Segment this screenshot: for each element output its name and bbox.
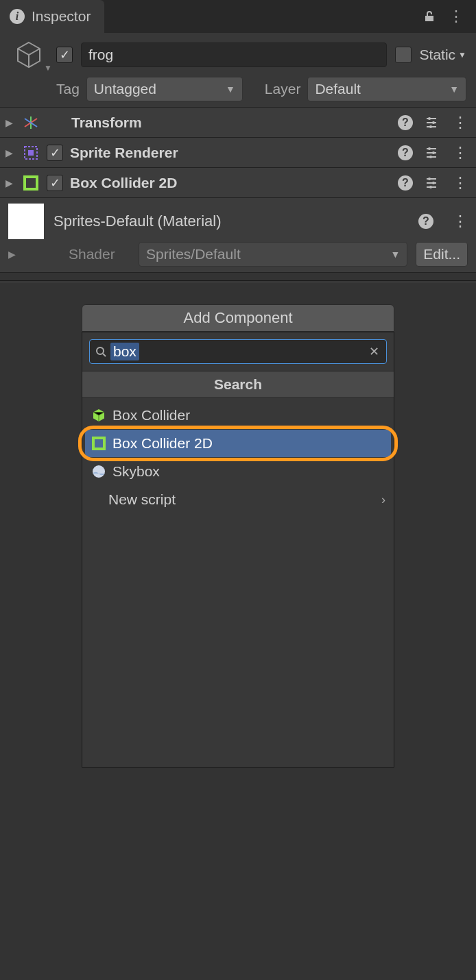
info-icon: i	[10, 9, 25, 24]
foldout-icon[interactable]: ▶	[8, 249, 21, 260]
material-title: Sprites-Default (Material)	[53, 212, 409, 230]
square-green-icon	[91, 435, 107, 452]
component-title: Transform	[71, 114, 391, 131]
clear-icon[interactable]: ✕	[369, 344, 379, 359]
static-label[interactable]: Static ▼	[420, 47, 466, 63]
gameobject-header: ▼ ✓ Static ▼ Tag Untagged ▼ Layer Defaul…	[0, 33, 476, 107]
transform-icon	[22, 114, 40, 132]
svg-point-14	[93, 465, 105, 478]
shader-label: Shader	[69, 246, 130, 262]
foldout-icon[interactable]: ▶	[3, 117, 15, 128]
material-preview[interactable]	[8, 204, 44, 239]
kebab-icon[interactable]: ⋮	[453, 174, 468, 192]
search-input-wrap[interactable]: box ✕	[89, 339, 387, 364]
svg-point-1	[432, 121, 435, 124]
box-collider-2d-icon	[22, 174, 40, 192]
component-sprite-renderer[interactable]: ▶ ✓ Sprite Renderer ? ⋮	[0, 137, 476, 167]
help-icon[interactable]: ?	[398, 115, 413, 130]
preset-icon[interactable]	[425, 146, 440, 160]
result-list: Box Collider Box Collider 2D Skybox New …	[82, 398, 394, 767]
svg-point-12	[97, 347, 104, 354]
enable-checkbox[interactable]: ✓	[47, 145, 63, 161]
component-title: Sprite Renderer	[70, 145, 391, 161]
svg-point-5	[428, 147, 431, 150]
shader-dropdown[interactable]: Sprites/Default ▼	[139, 242, 407, 267]
gameobject-icon[interactable]: ▼	[10, 40, 48, 70]
material-section: Sprites-Default (Material) ? ⋮ ▶ Shader …	[0, 197, 476, 272]
svg-rect-13	[93, 438, 104, 449]
kebab-icon[interactable]: ⋮	[453, 144, 468, 162]
static-checkbox[interactable]	[395, 47, 412, 63]
search-icon	[95, 346, 106, 357]
chevron-down-icon: ▼	[44, 63, 52, 73]
svg-point-7	[429, 156, 432, 158]
chevron-down-icon: ▼	[449, 84, 459, 95]
foldout-icon[interactable]: ▶	[3, 147, 15, 158]
chevron-down-icon: ▼	[458, 50, 466, 60]
enable-checkbox[interactable]: ✓	[47, 175, 63, 191]
tab-title: Inspector	[32, 8, 91, 25]
svg-point-2	[429, 125, 432, 128]
preset-icon[interactable]	[425, 116, 440, 130]
chevron-down-icon: ▼	[226, 84, 235, 95]
layer-dropdown[interactable]: Default ▼	[307, 77, 466, 101]
search-selection: box	[110, 343, 139, 360]
help-icon[interactable]: ?	[398, 145, 413, 160]
foldout-icon[interactable]: ▶	[3, 177, 15, 188]
edit-button[interactable]: Edit...	[416, 242, 468, 267]
tab-bar: i Inspector ⋮	[0, 0, 476, 33]
tab-actions: ⋮	[423, 0, 476, 33]
result-label: Box Collider 2D	[112, 435, 213, 452]
active-checkbox[interactable]: ✓	[56, 47, 73, 63]
inspector-tab[interactable]: i Inspector	[0, 0, 104, 33]
kebab-icon[interactable]: ⋮	[453, 212, 468, 230]
svg-point-0	[428, 117, 431, 120]
cube-green-icon	[91, 407, 107, 424]
gameobject-name-input[interactable]	[81, 42, 387, 67]
component-title: Box Collider 2D	[70, 175, 391, 191]
svg-point-11	[429, 186, 432, 188]
skybox-icon	[91, 463, 107, 480]
add-component-button[interactable]: Add Component	[82, 304, 394, 332]
separator	[0, 272, 476, 280]
result-label: Skybox	[112, 463, 160, 480]
result-label: New script	[108, 491, 176, 508]
kebab-icon[interactable]: ⋮	[453, 114, 468, 132]
lock-icon[interactable]	[423, 10, 436, 23]
result-new-script[interactable]: New script ›	[85, 486, 391, 513]
chevron-right-icon: ›	[381, 493, 385, 507]
kebab-icon[interactable]: ⋮	[449, 8, 465, 25]
search-header: Search	[82, 371, 394, 398]
component-box-collider-2d[interactable]: ▶ ✓ Box Collider 2D ? ⋮	[0, 167, 476, 197]
svg-point-6	[432, 151, 435, 154]
svg-point-9	[428, 177, 431, 180]
preset-icon[interactable]	[425, 176, 440, 190]
sprite-renderer-icon	[22, 144, 40, 162]
result-label: Box Collider	[112, 407, 190, 424]
svg-rect-4	[28, 150, 34, 156]
result-skybox[interactable]: Skybox	[85, 458, 391, 485]
tag-dropdown[interactable]: Untagged ▼	[86, 77, 243, 101]
help-icon[interactable]: ?	[398, 175, 413, 191]
component-transform[interactable]: ▶ Transform ? ⋮	[0, 107, 476, 137]
result-box-collider-2d[interactable]: Box Collider 2D	[85, 430, 391, 457]
result-box-collider[interactable]: Box Collider	[85, 402, 391, 429]
svg-rect-8	[25, 177, 37, 189]
svg-point-10	[432, 182, 435, 184]
layer-label: Layer	[265, 81, 301, 97]
add-component-area: Add Component box ✕ Search Box Collider	[0, 282, 476, 768]
help-icon[interactable]: ?	[418, 214, 433, 229]
add-component-panel: box ✕ Search Box Collider Box Collider 2…	[82, 332, 394, 768]
chevron-down-icon: ▼	[390, 249, 400, 260]
tag-label: Tag	[56, 81, 80, 97]
